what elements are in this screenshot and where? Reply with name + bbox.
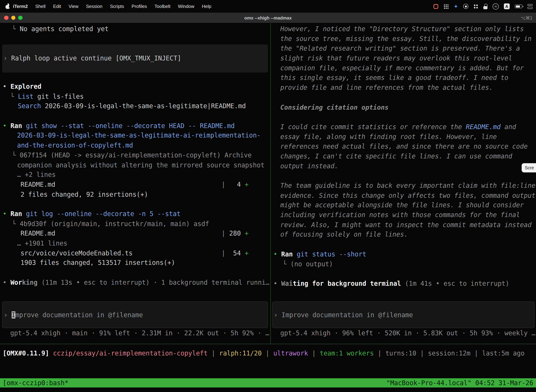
spark-icon[interactable] <box>454 3 458 9</box>
zoom-button[interactable] <box>18 16 22 20</box>
menu-window[interactable]: Window <box>174 0 198 13</box>
left-model-status: gpt-5.4 xhigh · main · 91% left · 2.31M … <box>10 328 270 338</box>
left-prompt-input[interactable]: › Improve documentation in @filename <box>2 301 268 328</box>
menu-edit[interactable]: Edit <box>49 0 65 13</box>
tmux-window-name[interactable]: [omx-cczip0:bash* <box>3 378 69 387</box>
close-button[interactable] <box>4 16 8 20</box>
menu-bar: iTerm2ShellEditViewSessionScriptsProfile… <box>0 0 536 13</box>
control-center-icon[interactable] <box>527 4 532 9</box>
menu-iterm2[interactable]: iTerm2 <box>10 0 31 13</box>
window-shortcut: ⌥⌘1 <box>521 15 533 20</box>
horizontal-divider <box>0 344 536 344</box>
tmux-status-bar: [omx-cczip0:bash* "MacBook-Pro-44.local"… <box>0 378 536 387</box>
agents-summary: └ No agents completed yet <box>0 24 270 34</box>
right-transcript: However, I noticed the "Directory Struct… <box>271 24 536 289</box>
menu-toolbelt[interactable]: Toolbelt <box>151 0 174 13</box>
app-grid-icon[interactable] <box>444 4 449 9</box>
input-source-icon[interactable]: A <box>504 3 510 9</box>
tmux-host-clock: "MacBook-Pro-44.local" 04:52 31-Mar-26 <box>386 378 533 387</box>
right-prompt-input[interactable]: › Improve documentation in @filename <box>272 301 535 328</box>
window-title: omx --xhigh --madmax <box>244 15 292 20</box>
lock-icon[interactable] <box>483 4 488 9</box>
menu-help[interactable]: Help <box>198 0 215 13</box>
menu-profiles[interactable]: Profiles <box>128 0 151 13</box>
screen-share-popup[interactable]: Scre <box>522 163 536 172</box>
apple-menu-icon[interactable] <box>5 3 10 9</box>
terminal: └ No agents completed yet › Ralph loop a… <box>0 23 536 344</box>
left-pane: └ No agents completed yet › Ralph loop a… <box>0 23 270 344</box>
window-grid-icon[interactable] <box>474 4 478 9</box>
menu-shell[interactable]: Shell <box>31 0 49 13</box>
menu-status-icons: .61 A <box>434 3 533 9</box>
right-pane: However, I noticed the "Directory Struct… <box>271 23 536 344</box>
battery-icon[interactable] <box>515 5 522 8</box>
circle-app-icon[interactable] <box>463 4 468 9</box>
menu-session[interactable]: Session <box>82 0 106 13</box>
ralph-loop-text: › Ralph loop active continue [OMX_TMUX_I… <box>3 54 181 63</box>
minimize-button[interactable] <box>11 16 15 20</box>
menu-scripts[interactable]: Scripts <box>106 0 128 13</box>
left-transcript: • Explored└ List git ls-filesSearch 2026… <box>0 82 270 288</box>
menu-view[interactable]: View <box>65 0 82 13</box>
gauge-icon[interactable]: .61 <box>493 3 499 9</box>
window-title-bar: omx --xhigh --madmax ⌥⌘1 <box>0 13 536 23</box>
right-model-status: gpt-5.4 xhigh · 96% left · 520K in · 5.8… <box>280 328 536 338</box>
screen-recording-icon[interactable] <box>434 4 438 9</box>
ralph-loop-banner: › Ralph loop active continue [OMX_TMUX_I… <box>2 44 268 73</box>
traffic-lights <box>4 13 22 23</box>
app-menus: iTerm2ShellEditViewSessionScriptsProfile… <box>10 0 215 13</box>
omx-status-line: [OMX#0.11.9] cczip/essay/ai-reimplementa… <box>3 349 536 359</box>
screen: iTerm2ShellEditViewSessionScriptsProfile… <box>0 0 536 392</box>
